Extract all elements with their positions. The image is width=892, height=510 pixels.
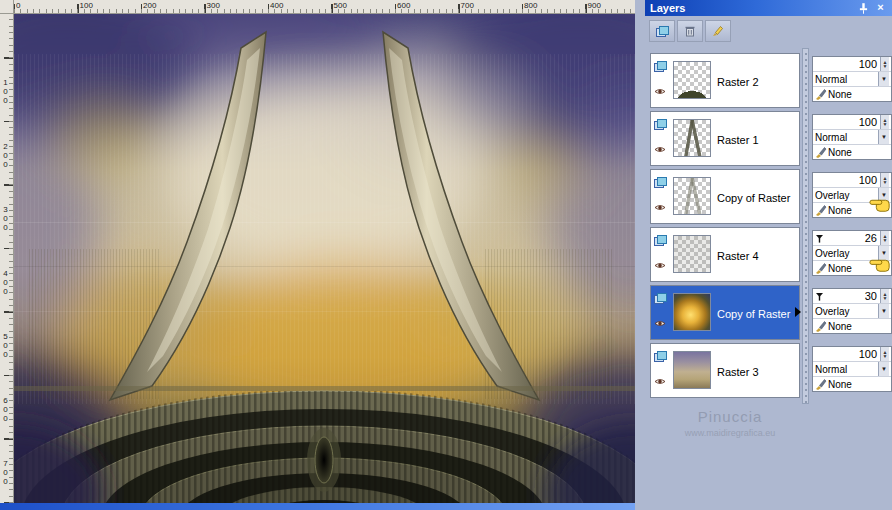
layer-name: Copy of Raster bbox=[717, 192, 790, 204]
artwork-image bbox=[14, 14, 635, 503]
blend-mode-value: Overlay bbox=[815, 306, 878, 317]
link-set-control[interactable]: None bbox=[813, 87, 891, 101]
pushpin-icon bbox=[857, 2, 870, 14]
spinner-down-icon: ▼ bbox=[883, 296, 888, 300]
link-set-value: None bbox=[828, 263, 852, 274]
layer-row-selected[interactable]: Copy of Raster bbox=[650, 285, 800, 340]
blend-mode-select[interactable]: Normal ▼ bbox=[813, 362, 891, 377]
opacity-control[interactable]: 26 ▲▼ bbox=[813, 231, 891, 246]
app-window: 0 100 200 300 400 500 600 700 800 900 10… bbox=[0, 0, 892, 510]
brush-icon bbox=[815, 262, 828, 274]
opacity-spinner[interactable]: ▲▼ bbox=[880, 231, 889, 245]
ruler-corner bbox=[0, 0, 14, 14]
panel-splitter[interactable] bbox=[802, 48, 809, 404]
spinner-down-icon: ▼ bbox=[883, 180, 888, 184]
close-button[interactable]: × bbox=[874, 0, 887, 15]
ruler-label: 800 bbox=[524, 1, 537, 10]
brush-icon bbox=[815, 320, 828, 332]
opacity-control[interactable]: 100 ▲▼ bbox=[813, 347, 891, 362]
raster-layer-icon bbox=[654, 58, 667, 69]
ruler-label: 600 bbox=[1, 396, 9, 423]
dropdown-arrow-icon[interactable]: ▼ bbox=[878, 304, 889, 318]
link-set-control[interactable]: None bbox=[813, 319, 891, 333]
panel-title-label: Layers bbox=[650, 2, 685, 14]
layer-controls: 30 ▲▼ Overlay ▼ None bbox=[812, 288, 892, 334]
dropdown-arrow-icon[interactable]: ▼ bbox=[878, 130, 889, 144]
watermark-name: Pinuccia bbox=[657, 408, 803, 425]
layer-thumbnail[interactable] bbox=[673, 293, 711, 331]
opacity-value: 100 bbox=[815, 116, 880, 128]
raster-layer-icon bbox=[654, 290, 667, 301]
link-set-value: None bbox=[828, 321, 852, 332]
opacity-spinner[interactable]: ▲▼ bbox=[880, 347, 889, 361]
layer-row[interactable]: Raster 4 bbox=[650, 227, 800, 282]
opacity-control[interactable]: 100 ▲▼ bbox=[813, 115, 891, 130]
dropdown-arrow-icon[interactable]: ▼ bbox=[878, 72, 889, 86]
ruler-label: 100 bbox=[1, 78, 9, 105]
layer-thumbnail[interactable] bbox=[673, 119, 711, 157]
opacity-control[interactable]: 100 ▲▼ bbox=[813, 173, 891, 188]
opacity-control[interactable]: 100 ▲▼ bbox=[813, 57, 891, 72]
visibility-eye-icon[interactable] bbox=[654, 372, 666, 381]
layer-name: Raster 3 bbox=[717, 366, 759, 378]
ruler-label: 700 bbox=[461, 1, 474, 10]
dropdown-arrow-icon[interactable]: ▼ bbox=[878, 362, 889, 376]
visibility-eye-icon[interactable] bbox=[654, 314, 666, 323]
layer-row[interactable]: Raster 1 bbox=[650, 111, 800, 166]
link-set-control[interactable]: None bbox=[813, 145, 891, 159]
spinner-down-icon: ▼ bbox=[883, 238, 888, 242]
opacity-spinner[interactable]: ▲▼ bbox=[880, 115, 889, 129]
ruler-label: 700 bbox=[1, 459, 9, 486]
layer-row[interactable]: Raster 2 bbox=[650, 53, 800, 108]
layer-thumbnail[interactable] bbox=[673, 177, 711, 215]
horizontal-ruler: 0 100 200 300 400 500 600 700 800 900 bbox=[14, 0, 635, 14]
ruler-label: 500 bbox=[334, 1, 347, 10]
opacity-spinner[interactable]: ▲▼ bbox=[880, 289, 889, 303]
pencil-icon bbox=[712, 25, 724, 37]
ruler-label: 600 bbox=[397, 1, 410, 10]
ruler-label: 300 bbox=[207, 1, 220, 10]
opacity-control[interactable]: 30 ▲▼ bbox=[813, 289, 891, 304]
brush-icon bbox=[815, 146, 828, 158]
opacity-value: 100 bbox=[815, 348, 880, 360]
visibility-eye-icon[interactable] bbox=[654, 82, 666, 91]
visibility-eye-icon[interactable] bbox=[654, 256, 666, 265]
layer-row[interactable]: Raster 3 bbox=[650, 343, 800, 398]
layer-thumbnail[interactable] bbox=[673, 351, 711, 389]
visibility-eye-icon[interactable] bbox=[654, 198, 666, 207]
spinner-down-icon: ▼ bbox=[883, 122, 888, 126]
vertical-ruler: 100 200 300 400 500 600 700 bbox=[0, 14, 14, 503]
ruler-label: 400 bbox=[1, 269, 9, 296]
blend-mode-select[interactable]: Normal ▼ bbox=[813, 130, 891, 145]
opacity-spinner[interactable]: ▲▼ bbox=[880, 173, 889, 187]
delete-layer-icon bbox=[684, 25, 696, 37]
ruler-label: 100 bbox=[80, 1, 93, 10]
layer-row[interactable]: Copy of Raster bbox=[650, 169, 800, 224]
blend-mode-select[interactable]: Normal ▼ bbox=[813, 72, 891, 87]
blend-mode-select[interactable]: Overlay ▼ bbox=[813, 304, 891, 319]
raster-layer-icon bbox=[654, 232, 667, 243]
raster-layer-icon bbox=[654, 174, 667, 185]
opacity-spinner[interactable]: ▲▼ bbox=[880, 57, 889, 71]
link-set-control[interactable]: None bbox=[813, 377, 891, 391]
link-set-value: None bbox=[828, 205, 852, 216]
panel-titlebar[interactable]: Layers × bbox=[645, 0, 892, 16]
pin-button[interactable] bbox=[857, 2, 870, 14]
edit-selection-button[interactable] bbox=[705, 20, 731, 42]
blend-mode-value: Normal bbox=[815, 132, 878, 143]
visibility-eye-icon[interactable] bbox=[654, 140, 666, 149]
layer-controls: 100 ▲▼ Normal ▼ None bbox=[812, 114, 892, 160]
layer-name: Raster 4 bbox=[717, 250, 759, 262]
opacity-slider-icon bbox=[815, 233, 826, 243]
new-layer-button[interactable] bbox=[649, 20, 675, 42]
layer-name: Raster 1 bbox=[717, 134, 759, 146]
opacity-value: 100 bbox=[815, 174, 880, 186]
layer-name: Raster 2 bbox=[717, 76, 759, 88]
ruler-label: 0 bbox=[16, 1, 20, 10]
canvas[interactable] bbox=[14, 14, 635, 503]
watermark: Pinuccia www.maidiregrafica.eu bbox=[657, 408, 803, 438]
delete-layer-button[interactable] bbox=[677, 20, 703, 42]
layer-thumbnail[interactable] bbox=[673, 61, 711, 99]
spinner-down-icon: ▼ bbox=[883, 354, 888, 358]
layer-thumbnail[interactable] bbox=[673, 235, 711, 273]
